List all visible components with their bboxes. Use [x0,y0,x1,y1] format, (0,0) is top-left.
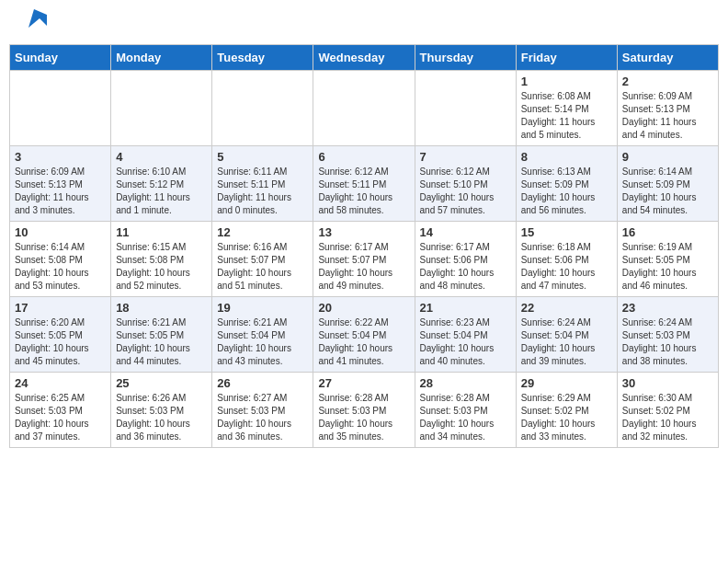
day-cell-20: 20Sunrise: 6:22 AM Sunset: 5:04 PM Dayli… [313,297,415,373]
day-info: Sunrise: 6:16 AM Sunset: 5:07 PM Dayligh… [217,241,308,293]
week-row-4: 17Sunrise: 6:20 AM Sunset: 5:05 PM Dayli… [10,297,719,373]
week-row-1: 1Sunrise: 6:08 AM Sunset: 5:14 PM Daylig… [10,71,719,146]
day-number: 28 [420,376,511,390]
empty-cell [10,71,111,146]
day-info: Sunrise: 6:09 AM Sunset: 5:13 PM Dayligh… [622,90,713,142]
col-header-sunday: Sunday [10,45,111,71]
day-number: 1 [521,75,612,88]
day-info: Sunrise: 6:15 AM Sunset: 5:08 PM Dayligh… [116,241,207,293]
day-info: Sunrise: 6:24 AM Sunset: 5:03 PM Dayligh… [622,316,713,368]
day-cell-29: 29Sunrise: 6:29 AM Sunset: 5:02 PM Dayli… [516,373,617,448]
day-cell-23: 23Sunrise: 6:24 AM Sunset: 5:03 PM Dayli… [617,297,718,373]
day-cell-14: 14Sunrise: 6:17 AM Sunset: 5:06 PM Dayli… [415,222,516,297]
calendar-header-row: SundayMondayTuesdayWednesdayThursdayFrid… [10,45,719,71]
day-cell-4: 4Sunrise: 6:10 AM Sunset: 5:12 PM Daylig… [111,146,212,222]
day-info: Sunrise: 6:21 AM Sunset: 5:04 PM Dayligh… [217,316,308,368]
day-cell-7: 7Sunrise: 6:12 AM Sunset: 5:10 PM Daylig… [415,146,516,222]
day-cell-17: 17Sunrise: 6:20 AM Sunset: 5:05 PM Dayli… [10,297,111,373]
day-info: Sunrise: 6:27 AM Sunset: 5:03 PM Dayligh… [217,392,308,443]
day-number: 11 [116,225,207,239]
day-info: Sunrise: 6:26 AM Sunset: 5:03 PM Dayligh… [116,392,207,443]
col-header-thursday: Thursday [415,45,516,71]
day-cell-5: 5Sunrise: 6:11 AM Sunset: 5:11 PM Daylig… [212,146,313,222]
day-info: Sunrise: 6:12 AM Sunset: 5:11 PM Dayligh… [318,166,409,217]
day-cell-11: 11Sunrise: 6:15 AM Sunset: 5:08 PM Dayli… [111,222,212,297]
day-number: 12 [217,225,308,239]
day-cell-8: 8Sunrise: 6:13 AM Sunset: 5:09 PM Daylig… [516,146,617,222]
day-number: 15 [521,225,612,239]
day-info: Sunrise: 6:29 AM Sunset: 5:02 PM Dayligh… [521,392,612,443]
day-number: 22 [521,301,612,315]
day-number: 7 [420,150,511,164]
day-cell-25: 25Sunrise: 6:26 AM Sunset: 5:03 PM Dayli… [111,373,212,448]
day-cell-22: 22Sunrise: 6:24 AM Sunset: 5:04 PM Dayli… [516,297,617,373]
day-cell-13: 13Sunrise: 6:17 AM Sunset: 5:07 PM Dayli… [313,222,415,297]
day-number: 21 [420,301,511,315]
day-info: Sunrise: 6:12 AM Sunset: 5:10 PM Dayligh… [420,166,511,217]
day-cell-27: 27Sunrise: 6:28 AM Sunset: 5:03 PM Dayli… [313,373,415,448]
day-info: Sunrise: 6:18 AM Sunset: 5:06 PM Dayligh… [521,241,612,293]
day-number: 26 [217,376,308,390]
day-number: 30 [622,376,713,390]
day-info: Sunrise: 6:10 AM Sunset: 5:12 PM Dayligh… [116,166,207,217]
day-info: Sunrise: 6:21 AM Sunset: 5:05 PM Dayligh… [116,316,207,368]
empty-cell [111,71,212,146]
day-number: 16 [622,225,713,239]
day-info: Sunrise: 6:28 AM Sunset: 5:03 PM Dayligh… [318,392,409,443]
day-info: Sunrise: 6:14 AM Sunset: 5:08 PM Dayligh… [15,241,106,293]
day-cell-1: 1Sunrise: 6:08 AM Sunset: 5:14 PM Daylig… [516,71,617,146]
col-header-tuesday: Tuesday [212,45,313,71]
day-number: 5 [217,150,308,164]
day-number: 29 [521,376,612,390]
day-number: 17 [15,301,106,315]
day-number: 23 [622,301,713,315]
calendar-table: SundayMondayTuesdayWednesdayThursdayFrid… [9,44,719,448]
day-cell-28: 28Sunrise: 6:28 AM Sunset: 5:03 PM Dayli… [415,373,516,448]
day-cell-15: 15Sunrise: 6:18 AM Sunset: 5:06 PM Dayli… [516,222,617,297]
day-info: Sunrise: 6:17 AM Sunset: 5:07 PM Dayligh… [318,241,409,293]
day-number: 8 [521,150,612,164]
day-number: 24 [15,376,106,390]
day-number: 20 [318,301,409,315]
empty-cell [212,71,313,146]
day-number: 14 [420,225,511,239]
day-info: Sunrise: 6:22 AM Sunset: 5:04 PM Dayligh… [318,316,409,368]
day-info: Sunrise: 6:17 AM Sunset: 5:06 PM Dayligh… [420,241,511,293]
col-header-friday: Friday [516,45,617,71]
col-header-saturday: Saturday [617,45,718,71]
day-cell-9: 9Sunrise: 6:14 AM Sunset: 5:09 PM Daylig… [617,146,718,222]
week-row-3: 10Sunrise: 6:14 AM Sunset: 5:08 PM Dayli… [10,222,719,297]
day-cell-21: 21Sunrise: 6:23 AM Sunset: 5:04 PM Dayli… [415,297,516,373]
day-info: Sunrise: 6:08 AM Sunset: 5:14 PM Dayligh… [521,90,612,142]
day-number: 13 [318,225,409,239]
day-number: 10 [15,225,106,239]
day-cell-2: 2Sunrise: 6:09 AM Sunset: 5:13 PM Daylig… [617,71,718,146]
day-number: 6 [318,150,409,164]
day-cell-30: 30Sunrise: 6:30 AM Sunset: 5:02 PM Dayli… [617,373,718,448]
day-number: 18 [116,301,207,315]
day-info: Sunrise: 6:13 AM Sunset: 5:09 PM Dayligh… [521,166,612,217]
day-number: 4 [116,150,207,164]
day-cell-6: 6Sunrise: 6:12 AM Sunset: 5:11 PM Daylig… [313,146,415,222]
logo [18,18,47,35]
day-cell-10: 10Sunrise: 6:14 AM Sunset: 5:08 PM Dayli… [10,222,111,297]
day-number: 2 [622,75,713,88]
day-cell-16: 16Sunrise: 6:19 AM Sunset: 5:05 PM Dayli… [617,222,718,297]
day-cell-3: 3Sunrise: 6:09 AM Sunset: 5:13 PM Daylig… [10,146,111,222]
day-info: Sunrise: 6:28 AM Sunset: 5:03 PM Dayligh… [420,392,511,443]
page-header [9,9,719,40]
day-cell-26: 26Sunrise: 6:27 AM Sunset: 5:03 PM Dayli… [212,373,313,448]
day-number: 3 [15,150,106,164]
day-cell-24: 24Sunrise: 6:25 AM Sunset: 5:03 PM Dayli… [10,373,111,448]
day-cell-18: 18Sunrise: 6:21 AM Sunset: 5:05 PM Dayli… [111,297,212,373]
day-number: 27 [318,376,409,390]
logo-icon [21,9,47,35]
week-row-2: 3Sunrise: 6:09 AM Sunset: 5:13 PM Daylig… [10,146,719,222]
day-info: Sunrise: 6:30 AM Sunset: 5:02 PM Dayligh… [622,392,713,443]
day-info: Sunrise: 6:14 AM Sunset: 5:09 PM Dayligh… [622,166,713,217]
day-number: 25 [116,376,207,390]
day-info: Sunrise: 6:11 AM Sunset: 5:11 PM Dayligh… [217,166,308,217]
day-number: 19 [217,301,308,315]
empty-cell [415,71,516,146]
col-header-wednesday: Wednesday [313,45,415,71]
